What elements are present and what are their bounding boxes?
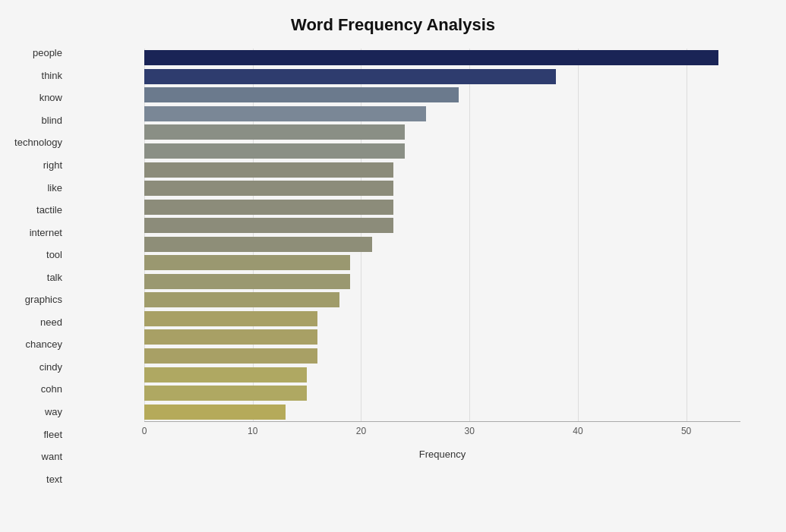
bar-row xyxy=(144,68,740,85)
bar-label: internet xyxy=(8,224,68,241)
bar xyxy=(144,237,372,252)
bar xyxy=(144,292,339,307)
plot-area xyxy=(144,49,740,421)
bar-row xyxy=(144,49,740,66)
bar-label: people xyxy=(8,45,68,61)
bar-label: blind xyxy=(8,112,68,128)
bar-label: talk xyxy=(8,269,68,285)
bar-label: chancey xyxy=(8,336,68,353)
bar-label: cindy xyxy=(8,358,68,375)
bar xyxy=(144,329,317,345)
bar xyxy=(144,143,405,159)
bar xyxy=(144,87,459,102)
bar-label: like xyxy=(8,179,68,196)
bar xyxy=(144,311,317,326)
bar xyxy=(144,274,350,289)
bar-row xyxy=(144,273,740,290)
bar-row xyxy=(144,329,740,345)
bar-label: technology xyxy=(8,134,68,151)
bar xyxy=(144,50,718,65)
bar-label: fleet xyxy=(8,426,68,442)
bar-label: know xyxy=(8,90,68,106)
bar-label: way xyxy=(8,404,68,420)
bar-row xyxy=(144,236,740,253)
bar-label: think xyxy=(8,67,68,83)
bar-label: tactile xyxy=(8,202,68,219)
bar-row xyxy=(144,199,740,216)
bar xyxy=(144,405,286,420)
bars-container xyxy=(144,49,740,421)
bar xyxy=(144,367,307,382)
bar xyxy=(144,386,307,401)
bar xyxy=(144,218,393,233)
bar-row xyxy=(144,105,740,122)
bar-row xyxy=(144,217,740,234)
bar-label: graphics xyxy=(8,291,68,308)
bar-row xyxy=(144,404,740,420)
bar xyxy=(144,181,393,196)
bar xyxy=(144,69,556,84)
tick-label: 30 xyxy=(464,426,474,436)
bar xyxy=(144,162,393,178)
bar-row xyxy=(144,367,740,383)
bar-label: tool xyxy=(8,247,68,263)
chart-container: Word Frequency Analysis 01020304050 Freq… xyxy=(0,0,786,532)
bar-label: want xyxy=(8,449,68,465)
bar-row xyxy=(144,310,740,327)
bar-row xyxy=(144,291,740,308)
tick-label: 20 xyxy=(356,426,366,436)
bar-row xyxy=(144,87,740,103)
bar xyxy=(144,348,317,364)
bar xyxy=(144,124,405,140)
bar-row xyxy=(144,385,740,401)
bar-label: need xyxy=(8,313,68,330)
bar-row xyxy=(144,180,740,197)
bar xyxy=(144,255,350,270)
tick-label: 0 xyxy=(142,426,147,436)
bar-row xyxy=(144,124,740,140)
bar-row xyxy=(144,162,740,178)
y-labels: peoplethinkknowblindtechnologyrightliket… xyxy=(8,42,68,490)
bar xyxy=(144,106,426,121)
bar-label: right xyxy=(8,157,68,174)
x-axis-label: Frequency xyxy=(419,449,466,460)
bar-label: text xyxy=(8,471,68,487)
tick-label: 10 xyxy=(248,426,257,436)
bar-row xyxy=(144,348,740,364)
bar xyxy=(144,200,393,215)
tick-label: 50 xyxy=(681,426,691,436)
bar-row xyxy=(144,143,740,159)
bar-row xyxy=(144,254,740,271)
chart-title: Word Frequency Analysis xyxy=(46,15,740,35)
tick-label: 40 xyxy=(573,426,582,436)
x-axis: 01020304050 Frequency xyxy=(144,421,740,463)
bar-label: cohn xyxy=(8,381,68,398)
